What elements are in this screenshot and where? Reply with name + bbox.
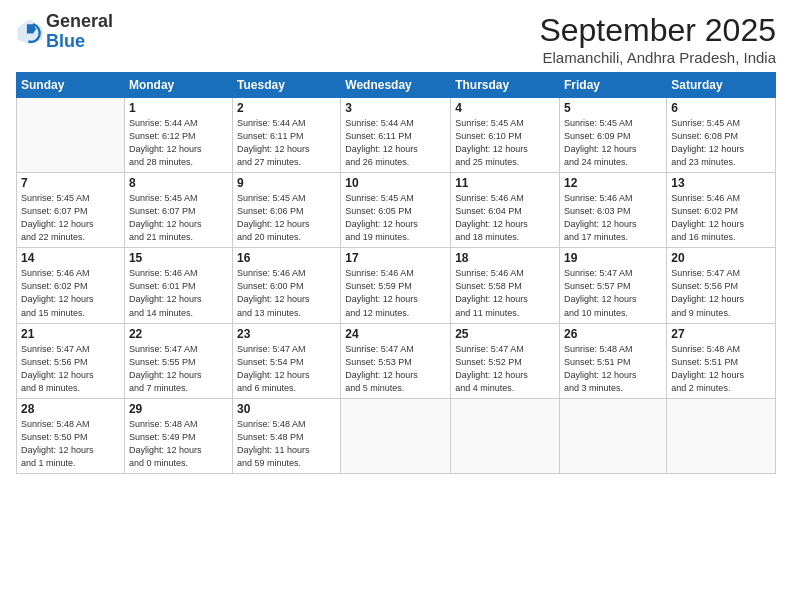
day-number: 24	[345, 327, 446, 341]
calendar-cell: 14Sunrise: 5:46 AM Sunset: 6:02 PM Dayli…	[17, 248, 125, 323]
logo: General Blue	[16, 12, 113, 52]
calendar-week-row: 1Sunrise: 5:44 AM Sunset: 6:12 PM Daylig…	[17, 98, 776, 173]
day-number: 13	[671, 176, 771, 190]
calendar-cell: 26Sunrise: 5:48 AM Sunset: 5:51 PM Dayli…	[560, 323, 667, 398]
day-info: Sunrise: 5:47 AM Sunset: 5:53 PM Dayligh…	[345, 343, 446, 395]
day-info: Sunrise: 5:47 AM Sunset: 5:56 PM Dayligh…	[671, 267, 771, 319]
calendar-cell	[667, 398, 776, 473]
weekday-header: Thursday	[451, 73, 560, 98]
day-number: 27	[671, 327, 771, 341]
calendar-header-row: SundayMondayTuesdayWednesdayThursdayFrid…	[17, 73, 776, 98]
calendar-cell: 20Sunrise: 5:47 AM Sunset: 5:56 PM Dayli…	[667, 248, 776, 323]
calendar-cell: 19Sunrise: 5:47 AM Sunset: 5:57 PM Dayli…	[560, 248, 667, 323]
calendar-cell: 15Sunrise: 5:46 AM Sunset: 6:01 PM Dayli…	[124, 248, 232, 323]
calendar-cell: 1Sunrise: 5:44 AM Sunset: 6:12 PM Daylig…	[124, 98, 232, 173]
day-info: Sunrise: 5:47 AM Sunset: 5:55 PM Dayligh…	[129, 343, 228, 395]
calendar-cell: 29Sunrise: 5:48 AM Sunset: 5:49 PM Dayli…	[124, 398, 232, 473]
day-number: 12	[564, 176, 662, 190]
day-number: 4	[455, 101, 555, 115]
day-number: 10	[345, 176, 446, 190]
day-number: 14	[21, 251, 120, 265]
month-title: September 2025	[539, 12, 776, 49]
calendar-cell: 21Sunrise: 5:47 AM Sunset: 5:56 PM Dayli…	[17, 323, 125, 398]
day-number: 20	[671, 251, 771, 265]
day-info: Sunrise: 5:45 AM Sunset: 6:07 PM Dayligh…	[21, 192, 120, 244]
weekday-header: Wednesday	[341, 73, 451, 98]
day-info: Sunrise: 5:45 AM Sunset: 6:07 PM Dayligh…	[129, 192, 228, 244]
day-number: 30	[237, 402, 336, 416]
day-info: Sunrise: 5:44 AM Sunset: 6:11 PM Dayligh…	[237, 117, 336, 169]
calendar-week-row: 7Sunrise: 5:45 AM Sunset: 6:07 PM Daylig…	[17, 173, 776, 248]
day-info: Sunrise: 5:48 AM Sunset: 5:50 PM Dayligh…	[21, 418, 120, 470]
day-number: 17	[345, 251, 446, 265]
day-number: 25	[455, 327, 555, 341]
calendar-cell: 4Sunrise: 5:45 AM Sunset: 6:10 PM Daylig…	[451, 98, 560, 173]
day-number: 16	[237, 251, 336, 265]
calendar-cell	[560, 398, 667, 473]
day-info: Sunrise: 5:47 AM Sunset: 5:54 PM Dayligh…	[237, 343, 336, 395]
day-number: 6	[671, 101, 771, 115]
day-info: Sunrise: 5:45 AM Sunset: 6:10 PM Dayligh…	[455, 117, 555, 169]
day-number: 8	[129, 176, 228, 190]
day-number: 3	[345, 101, 446, 115]
day-number: 22	[129, 327, 228, 341]
day-number: 15	[129, 251, 228, 265]
calendar-cell: 5Sunrise: 5:45 AM Sunset: 6:09 PM Daylig…	[560, 98, 667, 173]
day-number: 23	[237, 327, 336, 341]
day-info: Sunrise: 5:47 AM Sunset: 5:52 PM Dayligh…	[455, 343, 555, 395]
day-info: Sunrise: 5:47 AM Sunset: 5:57 PM Dayligh…	[564, 267, 662, 319]
day-number: 18	[455, 251, 555, 265]
calendar-cell: 12Sunrise: 5:46 AM Sunset: 6:03 PM Dayli…	[560, 173, 667, 248]
day-info: Sunrise: 5:48 AM Sunset: 5:48 PM Dayligh…	[237, 418, 336, 470]
calendar-cell: 11Sunrise: 5:46 AM Sunset: 6:04 PM Dayli…	[451, 173, 560, 248]
logo-line2: Blue	[46, 31, 85, 51]
calendar-cell: 24Sunrise: 5:47 AM Sunset: 5:53 PM Dayli…	[341, 323, 451, 398]
calendar-cell: 23Sunrise: 5:47 AM Sunset: 5:54 PM Dayli…	[233, 323, 341, 398]
day-info: Sunrise: 5:46 AM Sunset: 5:58 PM Dayligh…	[455, 267, 555, 319]
day-info: Sunrise: 5:48 AM Sunset: 5:49 PM Dayligh…	[129, 418, 228, 470]
weekday-header: Saturday	[667, 73, 776, 98]
calendar-cell: 25Sunrise: 5:47 AM Sunset: 5:52 PM Dayli…	[451, 323, 560, 398]
day-number: 7	[21, 176, 120, 190]
calendar-cell: 13Sunrise: 5:46 AM Sunset: 6:02 PM Dayli…	[667, 173, 776, 248]
day-info: Sunrise: 5:46 AM Sunset: 6:01 PM Dayligh…	[129, 267, 228, 319]
calendar-cell	[17, 98, 125, 173]
calendar-cell: 18Sunrise: 5:46 AM Sunset: 5:58 PM Dayli…	[451, 248, 560, 323]
calendar-cell: 17Sunrise: 5:46 AM Sunset: 5:59 PM Dayli…	[341, 248, 451, 323]
day-info: Sunrise: 5:48 AM Sunset: 5:51 PM Dayligh…	[671, 343, 771, 395]
day-number: 29	[129, 402, 228, 416]
calendar-cell: 7Sunrise: 5:45 AM Sunset: 6:07 PM Daylig…	[17, 173, 125, 248]
logo-line1: General	[46, 11, 113, 31]
calendar-cell	[341, 398, 451, 473]
calendar-cell: 3Sunrise: 5:44 AM Sunset: 6:11 PM Daylig…	[341, 98, 451, 173]
calendar-week-row: 28Sunrise: 5:48 AM Sunset: 5:50 PM Dayli…	[17, 398, 776, 473]
calendar-cell: 28Sunrise: 5:48 AM Sunset: 5:50 PM Dayli…	[17, 398, 125, 473]
calendar-cell: 30Sunrise: 5:48 AM Sunset: 5:48 PM Dayli…	[233, 398, 341, 473]
logo-text: General Blue	[46, 12, 113, 52]
day-info: Sunrise: 5:45 AM Sunset: 6:09 PM Dayligh…	[564, 117, 662, 169]
day-info: Sunrise: 5:46 AM Sunset: 6:02 PM Dayligh…	[671, 192, 771, 244]
calendar-cell: 6Sunrise: 5:45 AM Sunset: 6:08 PM Daylig…	[667, 98, 776, 173]
location: Elamanchili, Andhra Pradesh, India	[539, 49, 776, 66]
weekday-header: Monday	[124, 73, 232, 98]
day-info: Sunrise: 5:45 AM Sunset: 6:06 PM Dayligh…	[237, 192, 336, 244]
day-info: Sunrise: 5:46 AM Sunset: 6:02 PM Dayligh…	[21, 267, 120, 319]
day-info: Sunrise: 5:44 AM Sunset: 6:11 PM Dayligh…	[345, 117, 446, 169]
day-info: Sunrise: 5:46 AM Sunset: 6:03 PM Dayligh…	[564, 192, 662, 244]
day-info: Sunrise: 5:44 AM Sunset: 6:12 PM Dayligh…	[129, 117, 228, 169]
day-info: Sunrise: 5:47 AM Sunset: 5:56 PM Dayligh…	[21, 343, 120, 395]
calendar-cell: 22Sunrise: 5:47 AM Sunset: 5:55 PM Dayli…	[124, 323, 232, 398]
day-number: 9	[237, 176, 336, 190]
calendar-cell: 27Sunrise: 5:48 AM Sunset: 5:51 PM Dayli…	[667, 323, 776, 398]
weekday-header: Sunday	[17, 73, 125, 98]
day-info: Sunrise: 5:48 AM Sunset: 5:51 PM Dayligh…	[564, 343, 662, 395]
day-number: 21	[21, 327, 120, 341]
calendar-cell: 8Sunrise: 5:45 AM Sunset: 6:07 PM Daylig…	[124, 173, 232, 248]
day-info: Sunrise: 5:46 AM Sunset: 5:59 PM Dayligh…	[345, 267, 446, 319]
day-number: 5	[564, 101, 662, 115]
calendar-week-row: 21Sunrise: 5:47 AM Sunset: 5:56 PM Dayli…	[17, 323, 776, 398]
calendar-cell	[451, 398, 560, 473]
logo-icon	[16, 18, 44, 46]
day-info: Sunrise: 5:45 AM Sunset: 6:08 PM Dayligh…	[671, 117, 771, 169]
day-number: 19	[564, 251, 662, 265]
